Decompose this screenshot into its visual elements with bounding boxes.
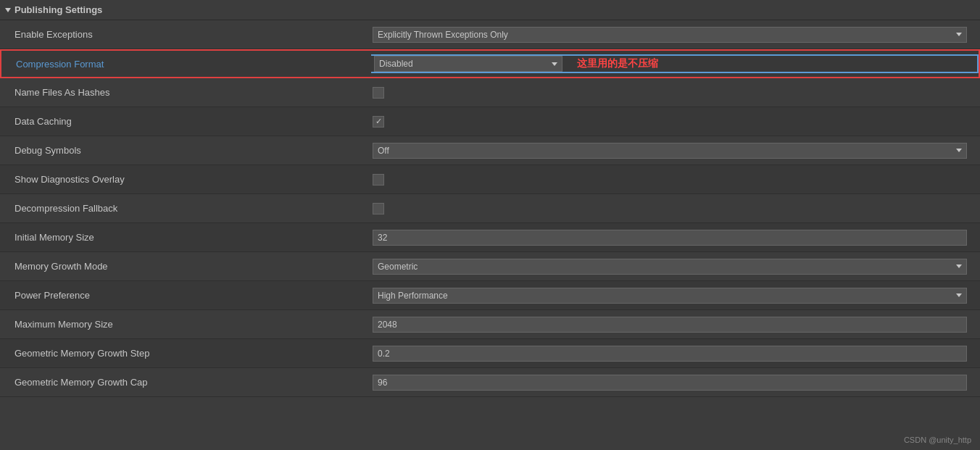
checkbox-name-files-as-hashes[interactable] [373,87,384,99]
value-name-files-as-hashes [370,84,980,101]
value-geometric-memory-growth-cap [370,372,980,393]
input-maximum-memory-size[interactable] [373,317,967,333]
dropdown-enable-exceptions[interactable]: Explicitly Thrown Exceptions Only [373,27,967,43]
value-show-diagnostics-overlay [370,171,980,188]
label-show-diagnostics-overlay: Show Diagnostics Overlay [0,170,370,189]
compression-value-area: Disabled 这里用的是不压缩 [371,54,979,73]
label-geometric-memory-growth-cap: Geometric Memory Growth Cap [0,372,370,392]
row-compression-format: Compression Format Disabled 这里用的是不压缩 [0,49,980,78]
value-debug-symbols: Off [370,140,980,162]
dropdown-arrow-power-preference [956,293,962,297]
row-decompression-fallback: Decompression Fallback [0,194,980,223]
dropdown-power-preference[interactable]: High Performance [373,288,967,304]
label-power-preference: Power Preference [0,286,370,305]
annotation-compression: 这里用的是不压缩 [577,57,658,70]
label-data-caching: Data Caching [0,112,370,131]
watermark: CSDN @unity_http [904,436,971,444]
row-geometric-memory-growth-step: Geometric Memory Growth Step [0,339,980,368]
dropdown-arrow-compression [552,62,557,66]
label-decompression-fallback: Decompression Fallback [0,199,370,218]
value-initial-memory-size [370,227,980,249]
label-maximum-memory-size: Maximum Memory Size [0,314,370,334]
dropdown-arrow-debug-symbols [956,149,962,152]
label-name-files-as-hashes: Name Files As Hashes [0,83,370,102]
row-power-preference: Power Preference High Performance [0,281,980,310]
panel-container: Publishing Settings Enable Exceptions Ex… [0,0,980,450]
label-compression-format: Compression Format [1,54,371,74]
input-initial-memory-size[interactable] [373,230,967,246]
panel-header: Publishing Settings [0,0,980,20]
value-memory-growth-mode: Geometric [370,256,980,278]
publishing-settings-panel: Publishing Settings Enable Exceptions Ex… [0,0,980,450]
checkbox-data-caching[interactable] [373,116,384,128]
collapse-icon[interactable] [5,8,11,12]
label-memory-growth-mode: Memory Growth Mode [0,257,370,276]
row-data-caching: Data Caching [0,107,980,136]
dropdown-memory-growth-mode[interactable]: Geometric [373,259,967,275]
dropdown-arrow-enable-exceptions [956,33,962,36]
row-debug-symbols: Debug Symbols Off [0,136,980,165]
row-show-diagnostics-overlay: Show Diagnostics Overlay [0,165,980,194]
label-enable-exceptions: Enable Exceptions [0,25,370,44]
value-enable-exceptions: Explicitly Thrown Exceptions Only [370,24,980,46]
value-power-preference: High Performance [370,285,980,307]
label-geometric-memory-growth-step: Geometric Memory Growth Step [0,343,370,363]
checkbox-show-diagnostics-overlay[interactable] [373,174,384,186]
row-memory-growth-mode: Memory Growth Mode Geometric [0,252,980,281]
label-debug-symbols: Debug Symbols [0,141,370,160]
value-decompression-fallback [370,200,980,217]
value-geometric-memory-growth-step [370,343,980,364]
value-data-caching [370,113,980,130]
input-geometric-memory-growth-cap[interactable] [373,375,967,391]
row-geometric-memory-growth-cap: Geometric Memory Growth Cap [0,368,980,397]
input-geometric-memory-growth-step[interactable] [373,346,967,362]
row-enable-exceptions: Enable Exceptions Explicitly Thrown Exce… [0,20,980,49]
row-maximum-memory-size: Maximum Memory Size [0,310,980,339]
dropdown-compression-format[interactable]: Disabled [374,56,562,72]
checkbox-decompression-fallback[interactable] [373,203,384,214]
label-initial-memory-size: Initial Memory Size [0,228,370,247]
value-maximum-memory-size [370,314,980,336]
settings-table: Enable Exceptions Explicitly Thrown Exce… [0,20,980,397]
dropdown-arrow-memory-growth-mode [956,264,962,268]
row-name-files-as-hashes: Name Files As Hashes [0,78,980,107]
dropdown-debug-symbols[interactable]: Off [373,143,967,159]
panel-title: Publishing Settings [14,4,102,15]
row-initial-memory-size: Initial Memory Size [0,223,980,252]
